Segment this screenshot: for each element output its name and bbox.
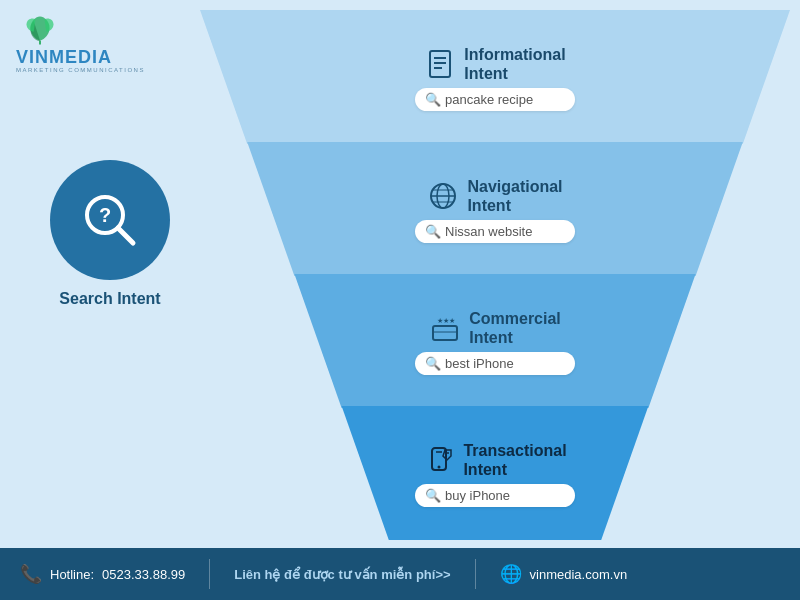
svg-point-18 [447, 452, 449, 454]
hotline-label: Hotline: [50, 567, 94, 582]
phone-tag-icon [423, 444, 455, 476]
navigational-search-box: 🔍 Nissan website [415, 220, 575, 243]
level-navigational: NavigationalIntent 🔍 Nissan website [200, 142, 790, 276]
informational-title: InformationalIntent [464, 45, 565, 83]
logo-tagline: MARKETING COMMUNICATIONS [16, 67, 145, 73]
svg-text:?: ? [99, 204, 111, 226]
transactional-title: TransactionalIntent [463, 441, 566, 479]
commercial-search-box: 🔍 best iPhone [415, 352, 575, 375]
informational-search-box: 🔍 pancake recipe [415, 88, 575, 111]
globe-footer-icon: 🌐 [500, 563, 522, 585]
commercial-title: CommercialIntent [469, 309, 561, 347]
search-intent-icon: ? [50, 160, 170, 280]
logo-icon [16, 12, 64, 48]
funnel-container: InformationalIntent 🔍 pancake recipe Nav… [200, 10, 790, 540]
footer-hotline: 📞 Hotline: 0523.33.88.99 [20, 563, 185, 585]
footer-bar: 📞 Hotline: 0523.33.88.99 Liên hệ để được… [0, 548, 800, 600]
logo-text: VINMEDIA [16, 48, 112, 66]
globe-icon [427, 180, 459, 212]
phone-icon: 📞 [20, 563, 42, 585]
level-informational: InformationalIntent 🔍 pancake recipe [200, 10, 790, 144]
navigational-title: NavigationalIntent [467, 177, 562, 215]
contact-text[interactable]: Liên hệ để được tư vấn miễn phí>> [234, 567, 450, 582]
transactional-search-box: 🔍 buy iPhone [415, 484, 575, 507]
hotline-number: 0523.33.88.99 [102, 567, 185, 582]
website-url: vinmedia.com.vn [530, 567, 628, 582]
logo-area: VINMEDIA MARKETING COMMUNICATIONS [16, 12, 145, 73]
svg-line-1 [118, 228, 133, 243]
svg-rect-12 [433, 326, 457, 340]
svg-point-16 [438, 466, 441, 469]
svg-text:★★★: ★★★ [437, 317, 455, 324]
stars-box-icon: ★★★ [429, 312, 461, 344]
footer-divider-1 [209, 559, 210, 589]
footer-divider-2 [475, 559, 476, 589]
footer-contact[interactable]: Liên hệ để được tư vấn miễn phí>> [234, 567, 450, 582]
document-icon [424, 48, 456, 80]
search-intent-section: ? Search Intent [50, 160, 170, 308]
level-transactional: TransactionalIntent 🔍 buy iPhone [200, 406, 790, 540]
search-intent-label: Search Intent [59, 290, 160, 308]
level-commercial: ★★★ CommercialIntent 🔍 best iPhone [200, 274, 790, 408]
footer-website: 🌐 vinmedia.com.vn [500, 563, 628, 585]
